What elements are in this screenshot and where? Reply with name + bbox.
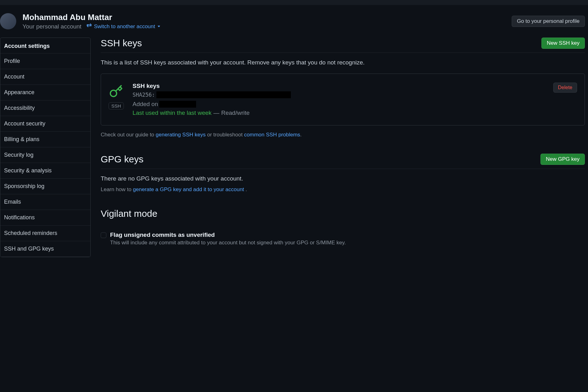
key-added-redacted: [159, 101, 196, 108]
common-ssh-problems-link[interactable]: common SSH problems: [244, 132, 300, 138]
sidebar-item-account[interactable]: Account: [0, 69, 90, 85]
main-content: SSH keys New SSH key This is a list of S…: [101, 38, 588, 257]
key-added-prefix: Added on: [133, 101, 158, 108]
key-icon: [109, 84, 123, 99]
key-sha-prefix: SHA256:: [133, 92, 155, 98]
key-sha-row: SHA256:: [133, 91, 545, 98]
top-bar: [0, 0, 588, 5]
vigilant-checkbox-label: Flag unsigned commits as unverified: [110, 232, 346, 238]
sidebar-item-profile[interactable]: Profile: [0, 53, 90, 69]
vigilant-checkbox-row: Flag unsigned commits as unverified This…: [101, 232, 585, 246]
generate-gpg-key-link[interactable]: generate a GPG key and add it to your ac…: [133, 186, 244, 192]
caret-down-icon: [158, 26, 160, 27]
sidebar-heading: Account settings: [0, 38, 90, 53]
gpg-learn: Learn how to generate a GPG key and add …: [101, 186, 585, 193]
avatar[interactable]: [0, 13, 16, 29]
guide-prefix: Check out our guide to: [101, 132, 156, 138]
key-icon-column: SSH: [109, 83, 124, 109]
subtitle: Your personal account: [23, 23, 81, 30]
go-to-profile-button[interactable]: Go to your personal profile: [512, 16, 585, 27]
gpg-section-header: GPG keys New GPG key: [101, 154, 585, 169]
guide-suffix: .: [300, 132, 302, 138]
ssh-description: This is a list of SSH keys associated wi…: [101, 59, 585, 66]
gpg-description: There are no GPG keys associated with yo…: [101, 175, 585, 182]
switch-account-label: Switch to another account: [94, 23, 155, 30]
sidebar-item-ssh-gpg-keys[interactable]: SSH and GPG keys: [0, 241, 90, 257]
vigilant-checkbox-desc: This will include any commit attributed …: [110, 240, 346, 246]
sidebar-item-appearance[interactable]: Appearance: [0, 85, 90, 100]
sidebar-item-scheduled-reminders[interactable]: Scheduled reminders: [0, 226, 90, 241]
sidebar-item-accessibility[interactable]: Accessibility: [0, 100, 90, 116]
sidebar-item-billing[interactable]: Billing & plans: [0, 132, 90, 147]
gpg-title: GPG keys: [101, 154, 144, 165]
ssh-title: SSH keys: [101, 38, 142, 48]
guide-middle: or troubleshoot: [205, 132, 244, 138]
key-details: SSH keys SHA256: Added on Last used with…: [133, 83, 545, 116]
key-separator: —: [213, 109, 219, 116]
sidebar-item-sponsorship-log[interactable]: Sponsorship log: [0, 179, 90, 194]
layout: Account settings Profile Account Appeara…: [0, 38, 588, 257]
user-name: Mohammad Abu Mattar: [23, 13, 505, 22]
new-ssh-key-button[interactable]: New SSH key: [541, 38, 585, 49]
new-gpg-key-button[interactable]: New GPG key: [540, 154, 585, 165]
switch-account-link[interactable]: Switch to another account: [86, 23, 160, 30]
sidebar-item-notifications[interactable]: Notifications: [0, 210, 90, 226]
ssh-key-item: SSH SSH keys SHA256: Added on Last used …: [101, 74, 585, 125]
checkbox-content: Flag unsigned commits as unverified This…: [110, 232, 346, 246]
gpg-learn-prefix: Learn how to: [101, 186, 133, 192]
header-info: Mohammad Abu Mattar Your personal accoun…: [23, 13, 505, 30]
sidebar-item-emails[interactable]: Emails: [0, 194, 90, 210]
page-header: Mohammad Abu Mattar Your personal accoun…: [0, 5, 588, 38]
ssh-guide: Check out our guide to generating SSH ke…: [101, 132, 585, 138]
subtitle-row: Your personal account Switch to another …: [23, 23, 505, 30]
gpg-learn-suffix: .: [244, 186, 247, 192]
vigilant-title: Vigilant mode: [101, 208, 585, 219]
key-last-used: Last used within the last week: [133, 109, 211, 116]
key-added-row: Added on: [133, 101, 545, 108]
key-usage-row: Last used within the last week — Read/wr…: [133, 109, 545, 116]
sidebar-item-security-log[interactable]: Security log: [0, 147, 90, 163]
flag-unsigned-checkbox[interactable]: [101, 232, 106, 238]
delete-key-button[interactable]: Delete: [553, 83, 577, 93]
key-sha-redacted: [156, 91, 291, 98]
switch-icon: [86, 23, 92, 30]
key-title: SSH keys: [133, 83, 545, 89]
key-permission: Read/write: [221, 109, 250, 116]
sidebar: Account settings Profile Account Appeara…: [0, 38, 91, 257]
ssh-section-header: SSH keys New SSH key: [101, 38, 585, 53]
sidebar-item-account-security[interactable]: Account security: [0, 116, 90, 132]
sidebar-item-security-analysis[interactable]: Security & analysis: [0, 163, 90, 179]
key-type-badge: SSH: [109, 102, 124, 109]
generating-ssh-keys-link[interactable]: generating SSH keys: [156, 132, 206, 138]
